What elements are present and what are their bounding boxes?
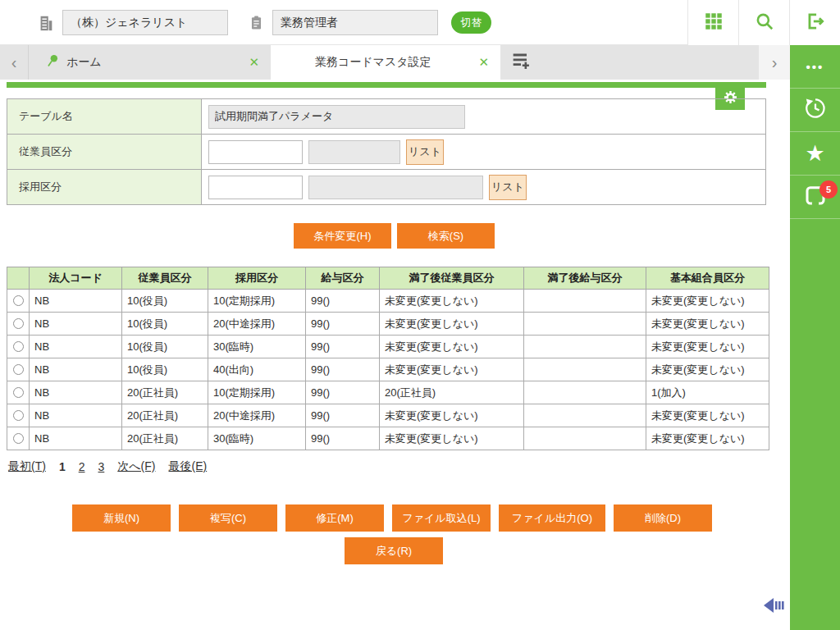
table-cell: NB	[30, 290, 122, 313]
table-cell: 10(定期採用)	[208, 381, 306, 404]
row-select-radio[interactable]	[13, 410, 24, 421]
table-cell	[524, 336, 646, 358]
table-cell: 未変更(変更しない)	[380, 313, 524, 336]
collapse-sidebar-arrow[interactable]	[763, 596, 788, 618]
add-tab-icon	[509, 49, 532, 75]
employee-class-label: 従業員区分	[7, 135, 202, 170]
left-arrow-icon	[763, 603, 788, 617]
company-icon	[36, 13, 56, 33]
tab-active-label: 業務コードマスタ設定	[271, 55, 475, 70]
role-input[interactable]	[272, 10, 438, 35]
table-row: NB20(正社員)10(定期採用)99()20(正社員)1(加入)	[7, 381, 769, 404]
tab-home-label: ホーム	[62, 55, 245, 70]
top-header: 切替	[0, 0, 840, 45]
search-execute-button[interactable]: 検索(S)	[397, 223, 495, 249]
column-header-0: 法人コード	[30, 267, 122, 290]
table-cell: 未変更(変更しない)	[646, 336, 769, 358]
column-header-1: 従業員区分	[122, 267, 208, 290]
row-select-radio[interactable]	[13, 433, 24, 444]
pagination-first-link[interactable]: 最初(T)	[8, 459, 46, 474]
table-cell: 10(役員)	[122, 358, 208, 381]
hire-class-name-field	[308, 176, 483, 199]
apps-menu-button[interactable]	[687, 0, 738, 45]
table-cell: 未変更(変更しない)	[380, 336, 524, 358]
table-row: NB10(役員)40(出向)99()未変更(変更しない)未変更(変更しない)	[7, 358, 769, 381]
apps-grid-icon	[703, 11, 724, 35]
file-import-button[interactable]: ファイル取込(L)	[392, 504, 491, 532]
employee-class-code-input[interactable]	[208, 140, 303, 164]
pagination-last-link[interactable]: 最後(E)	[169, 459, 208, 474]
pagination-next-link[interactable]: 次へ(F)	[117, 459, 155, 474]
row-select-radio[interactable]	[13, 364, 24, 375]
employee-class-list-button[interactable]: リスト	[406, 139, 444, 165]
column-header-4: 満了後従業員区分	[380, 267, 524, 290]
row-radio-cell	[7, 336, 30, 358]
employee-class-name-field	[308, 140, 400, 164]
table-cell: 未変更(変更しない)	[380, 404, 524, 427]
row-radio-cell	[7, 358, 30, 381]
logout-button[interactable]	[789, 0, 840, 45]
table-cell: 99()	[306, 313, 380, 336]
tab-gyomu-code-master[interactable]: 業務コードマスタ設定 ✕	[271, 45, 500, 80]
table-name-label: テーブル名	[7, 99, 202, 135]
accent-bar	[7, 82, 766, 88]
tab-scroll-right-button[interactable]: ›	[759, 45, 790, 80]
table-cell: 99()	[306, 381, 380, 404]
pagination-current-page: 1	[59, 460, 66, 473]
modify-button[interactable]: 修正(M)	[285, 504, 384, 532]
change-condition-button[interactable]: 条件変更(H)	[294, 223, 391, 249]
table-cell: 20(正社員)	[122, 404, 208, 427]
table-cell: 40(出向)	[208, 358, 306, 381]
copy-button[interactable]: 複写(C)	[179, 504, 277, 532]
hire-class-code-input[interactable]	[208, 176, 303, 199]
table-row: NB10(役員)10(定期採用)99()未変更(変更しない)未変更(変更しない)	[7, 290, 769, 313]
row-select-radio[interactable]	[13, 318, 24, 329]
form-row-table-name: テーブル名	[7, 99, 766, 135]
search-condition-form: テーブル名 従業員区分 リスト 採用区分 リスト	[7, 98, 766, 205]
delete-button[interactable]: 削除(D)	[614, 504, 712, 532]
star-icon: ★	[805, 143, 824, 165]
search-button-row: 条件変更(H) 検索(S)	[294, 223, 495, 249]
pagination-page-3-link[interactable]: 3	[98, 460, 104, 473]
switch-button[interactable]: 切替	[451, 11, 491, 34]
tab-active-close-icon[interactable]: ✕	[475, 55, 500, 70]
back-button[interactable]: 戻る(R)	[345, 537, 443, 564]
result-table-body: NB10(役員)10(定期採用)99()未変更(変更しない)未変更(変更しない)…	[7, 290, 769, 450]
hire-class-list-button[interactable]: リスト	[489, 175, 527, 200]
table-cell	[524, 381, 646, 404]
table-cell: 20(中途採用)	[208, 404, 306, 427]
sidebar-favorites-button[interactable]: ★	[790, 132, 840, 176]
hire-class-label: 採用区分	[7, 170, 202, 205]
row-radio-cell	[7, 381, 30, 404]
sidebar-more-button[interactable]: •••	[790, 45, 840, 89]
column-header-6: 基本組合員区分	[646, 267, 769, 290]
table-name-value-field	[208, 105, 465, 129]
row-select-radio[interactable]	[13, 387, 24, 398]
table-row: NB20(正社員)30(臨時)99()未変更(変更しない)未変更(変更しない)	[7, 427, 769, 450]
company-input[interactable]	[62, 10, 228, 35]
table-cell: 20(正社員)	[380, 381, 524, 404]
table-cell: 30(臨時)	[208, 336, 306, 358]
table-cell: 未変更(変更しない)	[380, 358, 524, 381]
header-actions	[687, 0, 840, 45]
sidebar-history-button[interactable]	[790, 89, 840, 132]
sidebar-notifications-button[interactable]: 5	[790, 176, 840, 219]
table-cell: NB	[30, 381, 122, 404]
pagination-page-2-link[interactable]: 2	[79, 460, 85, 473]
pin-icon	[43, 52, 62, 73]
form-row-hire-class: 採用区分 リスト	[7, 170, 766, 205]
table-cell: 未変更(変更しない)	[646, 313, 769, 336]
more-ellipsis-icon: •••	[806, 60, 824, 74]
table-cell: 99()	[306, 404, 380, 427]
file-export-button[interactable]: ファイル出力(O)	[499, 504, 605, 532]
new-button[interactable]: 新規(N)	[72, 504, 171, 532]
tab-home[interactable]: ホーム ✕	[28, 45, 271, 80]
add-tab-button[interactable]	[502, 45, 540, 80]
tab-scroll-left-button[interactable]: ‹	[0, 45, 28, 80]
table-cell: NB	[30, 404, 122, 427]
row-select-radio[interactable]	[13, 295, 24, 306]
table-cell: 30(臨時)	[208, 427, 306, 450]
search-button[interactable]	[738, 0, 789, 45]
row-select-radio[interactable]	[13, 341, 24, 352]
tab-home-close-icon[interactable]: ✕	[245, 55, 271, 70]
